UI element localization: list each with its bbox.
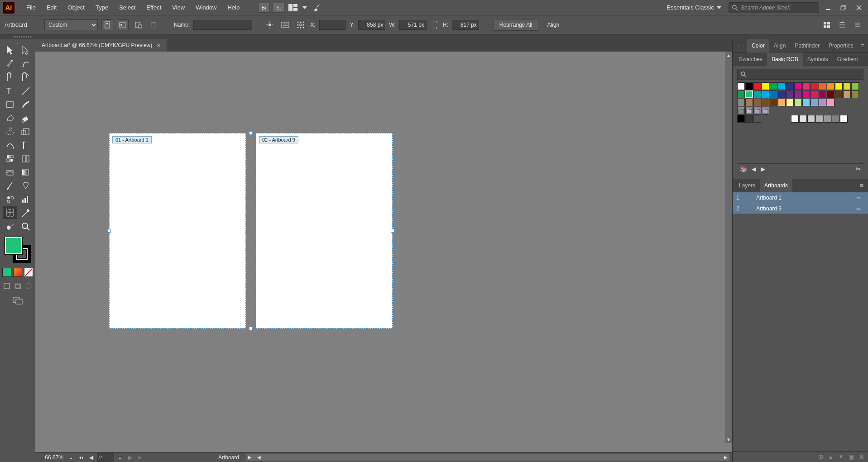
swatch[interactable]: [840, 115, 848, 123]
panel-tab-pathfinder[interactable]: Pathfinder: [790, 39, 824, 52]
swatch-search-field[interactable]: [737, 69, 863, 80]
eyedropper-tool[interactable]: [3, 179, 17, 192]
swatch[interactable]: [737, 90, 745, 98]
snap-icon[interactable]: [836, 19, 848, 30]
artboard-canvas-1[interactable]: 01 - Artboard 1: [109, 133, 246, 329]
orientation-landscape-icon[interactable]: [117, 19, 129, 30]
swatch[interactable]: [802, 90, 810, 98]
direct-selection-tool[interactable]: [18, 43, 33, 56]
scroll-down-icon[interactable]: ▼: [725, 436, 732, 443]
paintbrush-tool[interactable]: [18, 98, 33, 110]
swatch[interactable]: [794, 90, 802, 98]
menu-select[interactable]: Select: [114, 0, 141, 15]
swatch[interactable]: [810, 90, 818, 98]
first-artboard-icon[interactable]: ⏮: [77, 453, 85, 462]
orientation-portrait-icon[interactable]: [101, 19, 113, 30]
swatch[interactable]: [737, 115, 745, 123]
move-up-icon[interactable]: ▲: [828, 453, 834, 460]
swatch[interactable]: [786, 82, 794, 90]
menu-effect[interactable]: Effect: [141, 0, 167, 15]
artboard-tool[interactable]: [3, 206, 17, 219]
artboard-options-icon[interactable]: [279, 19, 291, 30]
panel-tab-symbols[interactable]: Symbols: [803, 52, 833, 66]
slice-tool[interactable]: [18, 206, 33, 219]
menu-help[interactable]: Help: [222, 0, 245, 15]
scroll-right-icon[interactable]: ◀: [255, 455, 263, 460]
column-graph-tool[interactable]: [18, 193, 33, 205]
panel-menu-icon[interactable]: ≡: [857, 182, 866, 189]
panel-tab-properties[interactable]: Properties: [824, 39, 858, 52]
reference-point-icon[interactable]: [295, 19, 307, 30]
swatch[interactable]: [807, 115, 815, 123]
swatch[interactable]: [824, 115, 831, 123]
new-artboard-icon[interactable]: [132, 19, 144, 30]
move-with-artboard-icon[interactable]: [264, 19, 276, 30]
hscroll-end-icon[interactable]: ▶: [722, 455, 729, 460]
artboard-row[interactable]: 2Artboard 9▭: [733, 203, 868, 214]
link-wh-icon[interactable]: [430, 21, 439, 29]
gradient-tool[interactable]: [18, 166, 33, 178]
selection-handle[interactable]: [249, 327, 253, 330]
swatch[interactable]: [832, 115, 839, 123]
swatch[interactable]: [778, 99, 786, 106]
swatch[interactable]: [786, 90, 794, 98]
close-tab-icon[interactable]: ×: [157, 42, 160, 49]
shape-builder-tool[interactable]: [3, 152, 17, 165]
new-artboard-icon[interactable]: ▣: [849, 453, 854, 460]
swatch[interactable]: [851, 90, 859, 98]
swatch[interactable]: [827, 90, 834, 98]
swatch[interactable]: [745, 99, 753, 106]
swatch[interactable]: [770, 90, 777, 98]
arrange-documents-icon[interactable]: [287, 3, 299, 13]
swatch[interactable]: [794, 82, 802, 90]
swatch[interactable]: [827, 82, 834, 90]
menu-file[interactable]: File: [21, 0, 41, 15]
swatch[interactable]: [745, 90, 753, 98]
symbol-sprayer-tool[interactable]: [3, 193, 17, 205]
zoom-dropdown-icon[interactable]: ⌄: [67, 453, 75, 462]
zoom-tool[interactable]: [18, 220, 33, 233]
curvature-tool[interactable]: [18, 71, 33, 83]
gpu-rocket-icon[interactable]: [311, 3, 322, 13]
color-mode-gradient-icon[interactable]: [13, 268, 22, 277]
selection-handle[interactable]: [249, 131, 253, 135]
screen-mode-icon[interactable]: [12, 297, 23, 305]
swatch[interactable]: [737, 99, 745, 106]
artboard-preset-select[interactable]: Custom: [44, 19, 98, 30]
panel-tab-artboards[interactable]: Artboards: [760, 179, 792, 192]
swatch[interactable]: [762, 90, 769, 98]
swatch[interactable]: [778, 82, 786, 90]
type-tool[interactable]: T: [3, 84, 17, 97]
last-artboard-icon[interactable]: ⏭: [136, 453, 144, 462]
menu-edit[interactable]: Edit: [41, 0, 62, 15]
canvas[interactable]: 01 - Artboard 102 - Artboard 9: [35, 52, 732, 452]
scale-tool[interactable]: [18, 125, 33, 138]
free-transform-tool[interactable]: [18, 138, 33, 151]
color-mode-fill-icon[interactable]: [2, 268, 11, 277]
swatch-prev-icon[interactable]: ◀: [752, 166, 756, 172]
swatch[interactable]: [770, 82, 777, 90]
draw-inside-icon[interactable]: [24, 281, 33, 291]
panel-tab-align[interactable]: Align: [769, 39, 791, 52]
swatch[interactable]: [835, 82, 843, 90]
artboard-canvas-2[interactable]: 02 - Artboard 9: [256, 133, 393, 329]
swatch[interactable]: [786, 99, 794, 106]
menu-window[interactable]: Window: [190, 0, 222, 15]
draw-normal-icon[interactable]: [2, 281, 11, 291]
swatch[interactable]: [762, 107, 769, 114]
swatch[interactable]: [762, 82, 769, 90]
artboard-name-input[interactable]: [193, 20, 252, 30]
w-input[interactable]: [399, 20, 427, 30]
blend-tool[interactable]: [18, 179, 33, 192]
swatch[interactable]: [791, 115, 799, 123]
selection-tool[interactable]: [3, 43, 17, 56]
swatch[interactable]: [762, 99, 769, 106]
swatch[interactable]: [843, 82, 851, 90]
delete-artboard-icon[interactable]: 🗑: [858, 453, 864, 460]
h-input[interactable]: [452, 20, 479, 30]
menu-object[interactable]: Object: [62, 0, 90, 15]
artboard-nav-input[interactable]: [97, 453, 114, 462]
swatch[interactable]: [737, 82, 745, 90]
panel-tab-basic-rgb[interactable]: Basic RGB: [767, 52, 803, 66]
fill-stroke-indicator[interactable]: [4, 236, 31, 263]
